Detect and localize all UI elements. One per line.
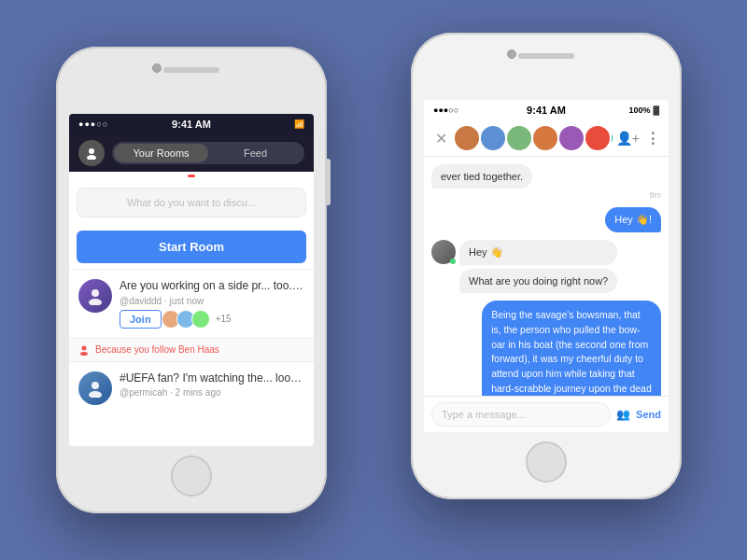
follow-divider: Because you follow Ben Haas [69,338,314,361]
signal-dots-2: ●●●○○ [433,105,458,115]
send-button[interactable]: Send [636,409,661,420]
msg-container-2: Hey 👋 What are you doing right now? [431,240,661,293]
phone-1-screen: ●●●○○ 9:41 AM 📶 Your Rooms Feed [69,114,314,446]
room-card-avatar-1 [78,279,112,313]
time-display-2: 9:41 AM [527,105,566,116]
msg-text-1: Hey 👋! [614,214,652,225]
svg-point-2 [92,289,99,297]
chat-av-7 [612,126,613,150]
join-button-1[interactable]: Join [120,310,162,329]
svg-point-5 [80,352,88,356]
msg-bubble-4: Being the savage's bowsman, that is, the… [482,301,661,396]
room-card-1: Are you working on a side pr... too. Let… [69,269,314,338]
msg-bubble-1: Hey 👋! [605,207,661,232]
your-rooms-tab[interactable]: Your Rooms [114,144,208,162]
chat-av-5 [559,126,584,150]
chat-header-actions: 👤+ ⋮ [616,130,661,147]
chat-av-1 [455,126,479,150]
chat-header: ✕ 👤+ ⋮ [424,120,669,157]
chat-messages: ever tied together. 8m Hey 👋! [424,157,669,396]
room-card-text-1: Are you working on a side pr... too. Let… [120,279,304,294]
search-placeholder: What do you want to discu... [127,197,256,208]
msg-time-0: 8m [649,190,661,200]
msg-label-2: Hey 👋 [469,246,503,258]
phone-2-screen: ●●●○○ 9:41 AM 100% ▓ ✕ [424,100,669,432]
notification-dot [188,175,195,177]
room-card-meta-1: @daviddd · just now [120,296,304,306]
phone-side-button [327,159,331,205]
msg-bubble-0: ever tied together. [431,164,532,189]
msg-container-4: Being the savage's bowsman, that is, the… [431,301,661,396]
svg-point-0 [89,148,94,154]
search-bar[interactable]: What do you want to discu... [77,188,306,217]
phone-speaker [163,67,219,73]
chat-av-3 [507,126,531,150]
chat-participants-avatars [455,126,613,150]
plus-count: +15 [216,314,232,324]
svg-point-7 [89,391,102,398]
phone-1: ●●●○○ 9:41 AM 📶 Your Rooms Feed [56,47,327,513]
room-card-info-1: Are you working on a side pr... too. Let… [120,279,304,329]
room-card-actions-1: Join +15 [120,310,304,329]
phone-camera [152,63,162,73]
room-card-meta-2: @permicah · 2 mins ago [120,387,304,398]
more-options-icon[interactable]: ⋮ [645,130,661,147]
svg-point-4 [82,345,87,350]
status-bar-1: ●●●○○ 9:41 AM 📶 [69,114,314,134]
status-icons-2: 100% ▓ [628,105,659,115]
people-icon: 👥 [616,408,630,421]
phone-2-camera [507,49,516,59]
user-avatar-nav[interactable] [78,140,105,166]
participant-av-3 [191,310,210,329]
time-display-1: 9:41 AM [172,119,211,130]
divider-text: Because you follow Ben Haas [95,344,219,355]
start-room-button[interactable]: Start Room [77,231,306,263]
msg-text-4: Being the savage's bowsman, that is, the… [491,309,652,396]
signal-dots: ●●●○○ [78,119,108,129]
wifi-icon: 📶 [294,119,304,129]
add-person-icon[interactable]: 👤+ [616,131,640,146]
msg-container-1: Hey 👋! [431,207,661,232]
person-icon [78,344,90,356]
msg-bubble-2b: What are you doing right now? [459,269,617,293]
room-card-2: #UEFA fan? I'm watching the... looking f… [69,361,314,414]
svg-point-6 [92,382,99,389]
room-card-info-2: #UEFA fan? I'm watching the... looking f… [120,371,304,399]
battery-icon: ▓ [653,105,659,115]
close-button[interactable]: ✕ [431,128,451,149]
msg-bubble-2a: Hey 👋 [459,240,617,265]
phone-2: ●●●○○ 9:41 AM 100% ▓ ✕ [411,33,682,499]
feed-tab[interactable]: Feed [208,144,303,162]
chat-input-bar: Type a message... 👥 Send [424,396,669,432]
svg-point-1 [87,155,96,160]
battery-label: 100% [628,105,650,115]
phone-2-speaker [518,53,574,59]
chat-input-field[interactable]: Type a message... [431,402,611,427]
msg-text-3: What are you doing right now? [469,275,608,287]
rooms-nav: Your Rooms Feed [69,134,314,172]
phone-2-home-button[interactable] [526,441,567,483]
chat-av-4 [533,126,557,150]
room-card-text-2: #UEFA fan? I'm watching the... looking f… [120,371,304,386]
msg-bubble-group-2: Hey 👋 What are you doing right now? [459,240,617,293]
msg-text-0: ever tied together. [441,171,523,182]
chat-input-placeholder: Type a message... [442,409,526,420]
phone-home-button[interactable] [171,455,212,497]
chat-av-2 [481,126,505,150]
msg-avatar-2 [431,240,456,264]
participants-stack [165,310,210,329]
chat-av-6 [585,126,610,150]
svg-point-3 [89,299,102,305]
status-icons-1: 📶 [294,119,304,129]
room-card-avatar-2 [78,371,112,405]
msg-container-0: ever tied together. 8m [431,164,661,200]
nav-toggle: Your Rooms Feed [112,142,304,164]
status-bar-2: ●●●○○ 9:41 AM 100% ▓ [424,100,669,120]
